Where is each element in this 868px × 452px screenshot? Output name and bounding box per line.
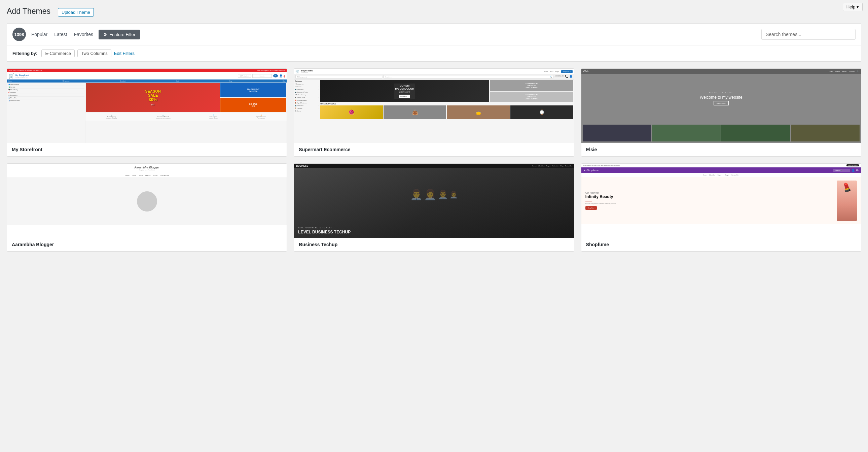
msf-top-bar: 1474 Days 13 Hours 58 Minutes 50 Seconds… bbox=[7, 69, 287, 72]
themes-nav: 1398 Popular Latest Favorites ⚙ Feature … bbox=[7, 23, 861, 45]
theme-screenshot-elsie: Elsie HOMETRAVELABOUTCONTACT 🔍 HELLO, I'… bbox=[581, 69, 861, 143]
shopfume-header: ✦ Shopfume Search 🔍 👤 🛍 bbox=[581, 167, 861, 173]
business-preview: BUSINESS Home ▾About Us ▾Pages ▾Schedule… bbox=[294, 164, 574, 238]
theme-name-supermart: Supermart Ecommerce bbox=[294, 143, 574, 156]
theme-name-shopfume: Shopfume bbox=[581, 238, 861, 251]
sm-header: 🛒 Supermart Ecommerce HomeAboutPages Sho… bbox=[294, 69, 574, 75]
upload-theme-button[interactable]: Upload Theme bbox=[58, 8, 94, 17]
shopfume-logo: ✦ Shopfume bbox=[583, 169, 599, 172]
elsie-logo: Elsie bbox=[583, 70, 589, 73]
aarambha-logo: Aarambha Blogger bbox=[10, 166, 284, 169]
nav-popular[interactable]: Popular bbox=[30, 30, 49, 38]
nav-favorites[interactable]: Favorites bbox=[72, 30, 95, 38]
themes-grid: 1474 Days 13 Hours 58 Minutes 50 Seconds… bbox=[7, 68, 861, 252]
shopfume-top-bar: Free shipping on orders over $80 sales@y… bbox=[581, 164, 861, 167]
elsie-learn-more-button[interactable]: LEARN MORE bbox=[714, 101, 728, 106]
theme-name-my-storefront: My Storefront bbox=[7, 143, 287, 156]
filtering-by-label: Filtering by: bbox=[12, 51, 37, 56]
theme-name-elsie: Elsie bbox=[581, 143, 861, 156]
help-button[interactable]: Help ▾ bbox=[843, 3, 863, 11]
elsie-img-1 bbox=[583, 124, 651, 141]
theme-card-business[interactable]: BUSINESS Home ▾About Us ▾Pages ▾Schedule… bbox=[294, 163, 574, 252]
aarambha-nav: TRAVELFOODTECHHEALTHSPORTCONTACT ME bbox=[7, 173, 287, 178]
page-header: Add Themes Upload Theme Help ▾ bbox=[7, 7, 861, 17]
theme-screenshot-shopfume: Free shipping on orders over $80 sales@y… bbox=[581, 164, 861, 238]
theme-screenshot-business: BUSINESS Home ▾About Us ▾Pages ▾Schedule… bbox=[294, 164, 574, 238]
shopfume-preview: Free shipping on orders over $80 sales@y… bbox=[581, 164, 861, 238]
nav-latest[interactable]: Latest bbox=[53, 30, 68, 38]
elsie-hero: HELLO, I'M ELSIE Welcome to my website L… bbox=[581, 74, 861, 123]
theme-name-aarambha: Aarambha Blogger bbox=[7, 238, 287, 251]
theme-card-aarambha[interactable]: Aarambha Blogger Blogging from Press Hea… bbox=[7, 163, 287, 252]
page-title: Add Themes bbox=[7, 7, 51, 16]
elsie-nav: Elsie HOMETRAVELABOUTCONTACT 🔍 bbox=[581, 69, 861, 74]
filter-ecommerce[interactable]: E-Commerce bbox=[41, 50, 75, 57]
filter-bar: Filtering by: E-Commerce Two Columns Edi… bbox=[7, 45, 861, 62]
nav-left: 1398 Popular Latest Favorites ⚙ Feature … bbox=[12, 28, 140, 41]
theme-card-shopfume[interactable]: Free shipping on orders over $80 sales@y… bbox=[581, 163, 861, 252]
aarambha-preview: Aarambha Blogger Blogging from Press Hea… bbox=[7, 164, 287, 238]
filter-two-columns[interactable]: Two Columns bbox=[78, 50, 111, 57]
msf-header: 🛒 My Storefront Add your tagline here Al… bbox=[7, 72, 287, 80]
gear-icon: ⚙ bbox=[103, 32, 107, 37]
theme-screenshot-my-storefront: 1474 Days 13 Hours 58 Minutes 50 Seconds… bbox=[7, 69, 287, 143]
theme-card-elsie[interactable]: Elsie HOMETRAVELABOUTCONTACT 🔍 HELLO, I'… bbox=[581, 68, 861, 157]
shopfume-hero: Get ready for Infinity Beauty Discover o… bbox=[581, 177, 861, 224]
business-nav: BUSINESS Home ▾About Us ▾Pages ▾Schedule… bbox=[294, 164, 574, 168]
shopfume-nav: HomeAbout UsPages ▾Blog ▾Contact Us ▾ bbox=[581, 173, 861, 177]
elsie-img-3 bbox=[721, 124, 790, 141]
elsie-bottom bbox=[581, 123, 861, 143]
theme-card-supermart[interactable]: 🛒 Supermart Ecommerce HomeAboutPages Sho… bbox=[294, 68, 574, 157]
elsie-img-4 bbox=[791, 124, 860, 141]
theme-name-business: Business Techup bbox=[294, 238, 574, 251]
elsie-img-2 bbox=[652, 124, 721, 141]
feature-filter-button[interactable]: ⚙ Feature Filter bbox=[99, 30, 140, 39]
theme-card-my-storefront[interactable]: 1474 Days 13 Hours 58 Minutes 50 Seconds… bbox=[7, 68, 287, 157]
themes-count-badge: 1398 bbox=[12, 28, 26, 41]
edit-filters-link[interactable]: Edit Filters bbox=[114, 51, 134, 56]
search-input[interactable] bbox=[761, 29, 856, 40]
theme-screenshot-aarambha: Aarambha Blogger Blogging from Press Hea… bbox=[7, 164, 287, 238]
theme-screenshot-supermart: 🛒 Supermart Ecommerce HomeAboutPages Sho… bbox=[294, 69, 574, 143]
feature-filter-label: Feature Filter bbox=[109, 32, 135, 37]
aarambha-avatar bbox=[137, 191, 157, 211]
search-area bbox=[761, 29, 856, 40]
